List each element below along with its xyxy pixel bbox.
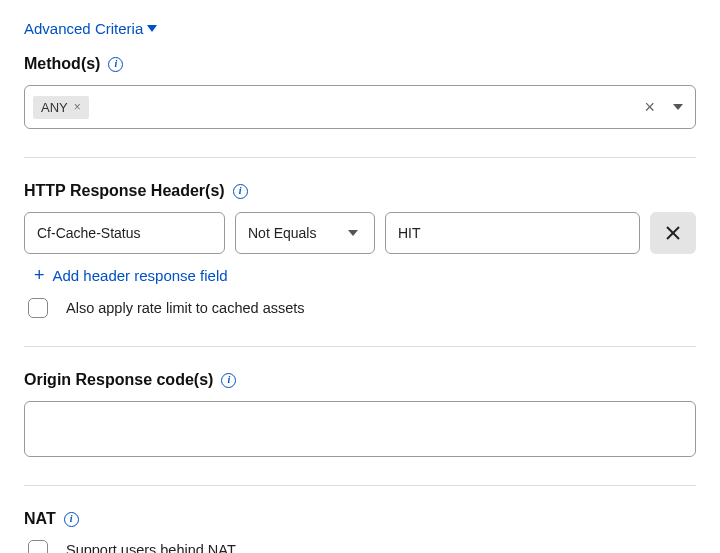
remove-header-button[interactable] bbox=[650, 212, 696, 254]
origin-codes-input[interactable] bbox=[24, 401, 696, 457]
methods-label-text: Method(s) bbox=[24, 55, 100, 73]
header-value-input[interactable] bbox=[385, 212, 640, 254]
origin-codes-label: Origin Response code(s) bbox=[24, 371, 696, 389]
nat-label-text: NAT bbox=[24, 510, 56, 528]
info-icon[interactable] bbox=[221, 373, 236, 388]
header-name-input[interactable] bbox=[24, 212, 225, 254]
divider bbox=[24, 485, 696, 486]
origin-codes-label-text: Origin Response code(s) bbox=[24, 371, 213, 389]
clear-all-icon[interactable]: × bbox=[638, 98, 661, 116]
nat-checkbox[interactable] bbox=[28, 540, 48, 553]
advanced-criteria-toggle[interactable]: Advanced Criteria bbox=[24, 20, 696, 37]
method-chip-label: ANY bbox=[41, 100, 68, 115]
header-operator-value: Not Equals bbox=[248, 225, 316, 241]
header-operator-select[interactable]: Not Equals bbox=[235, 212, 375, 254]
methods-label: Method(s) bbox=[24, 55, 696, 73]
chevron-down-icon bbox=[348, 230, 358, 236]
add-header-label: Add header response field bbox=[53, 267, 228, 284]
info-icon[interactable] bbox=[233, 184, 248, 199]
close-icon bbox=[665, 225, 681, 241]
divider bbox=[24, 346, 696, 347]
nat-row: Support users behind NAT bbox=[28, 540, 696, 553]
methods-select[interactable]: ANY × × bbox=[24, 85, 696, 129]
cached-assets-row: Also apply rate limit to cached assets bbox=[28, 298, 696, 318]
header-rule-row: Not Equals bbox=[24, 212, 696, 254]
method-chip[interactable]: ANY × bbox=[33, 96, 89, 119]
info-icon[interactable] bbox=[108, 57, 123, 72]
caret-down-icon bbox=[147, 25, 157, 32]
close-icon[interactable]: × bbox=[74, 101, 81, 113]
divider bbox=[24, 157, 696, 158]
http-headers-label-text: HTTP Response Header(s) bbox=[24, 182, 225, 200]
plus-icon: + bbox=[34, 266, 45, 284]
cached-assets-checkbox[interactable] bbox=[28, 298, 48, 318]
add-header-button[interactable]: + Add header response field bbox=[34, 266, 696, 284]
http-headers-label: HTTP Response Header(s) bbox=[24, 182, 696, 200]
advanced-criteria-label: Advanced Criteria bbox=[24, 20, 143, 37]
nat-support-label: Support users behind NAT bbox=[66, 542, 236, 553]
cached-assets-label: Also apply rate limit to cached assets bbox=[66, 300, 305, 316]
info-icon[interactable] bbox=[64, 512, 79, 527]
nat-label: NAT bbox=[24, 510, 696, 528]
chevron-down-icon[interactable] bbox=[673, 104, 683, 110]
